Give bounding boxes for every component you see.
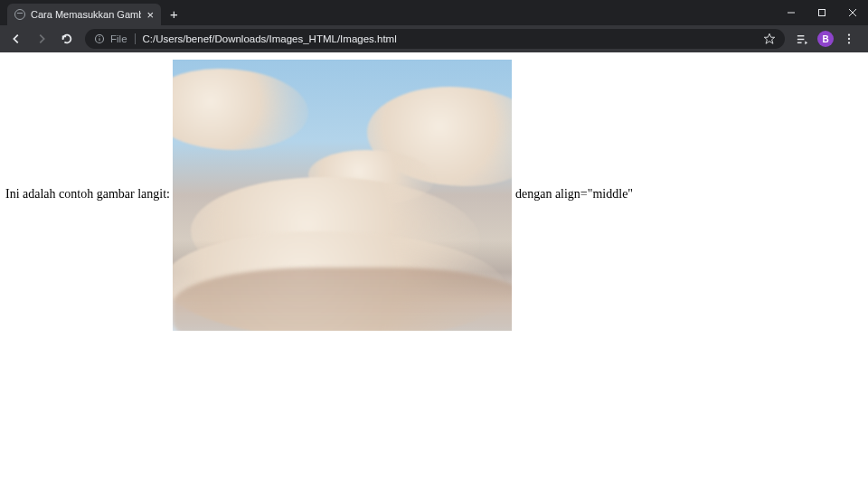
media-control-icon[interactable] bbox=[792, 29, 812, 49]
browser-toolbar: File C:/Users/benef/Downloads/Images_HTM… bbox=[0, 25, 868, 52]
back-button[interactable] bbox=[5, 28, 27, 50]
window-controls bbox=[776, 0, 868, 25]
svg-point-14 bbox=[848, 42, 850, 43]
toolbar-right: B bbox=[792, 29, 863, 49]
tab-title: Cara Memasukkan Gambar di HT bbox=[31, 9, 141, 20]
close-window-button[interactable] bbox=[837, 0, 868, 25]
svg-marker-7 bbox=[764, 33, 774, 43]
svg-marker-11 bbox=[805, 41, 807, 44]
profile-avatar[interactable]: B bbox=[817, 31, 834, 47]
new-tab-button[interactable]: + bbox=[161, 4, 187, 25]
svg-point-13 bbox=[848, 38, 850, 40]
menu-button[interactable] bbox=[839, 29, 859, 49]
svg-point-6 bbox=[99, 36, 99, 37]
sky-image bbox=[173, 60, 512, 331]
close-icon[interactable]: × bbox=[146, 9, 154, 21]
reload-button[interactable] bbox=[56, 28, 78, 50]
tabs-region: Cara Memasukkan Gambar di HT × + bbox=[0, 0, 187, 25]
address-bar[interactable]: File C:/Users/benef/Downloads/Images_HTM… bbox=[85, 29, 785, 49]
avatar-initial: B bbox=[822, 34, 828, 44]
maximize-button[interactable] bbox=[807, 0, 837, 25]
page-viewport: Ini adalah contoh gambar langit: dengan … bbox=[0, 52, 868, 488]
bookmark-star-icon[interactable] bbox=[763, 33, 776, 45]
text-after-image: dengan align="middle" bbox=[512, 187, 633, 201]
content-paragraph: Ini adalah contoh gambar langit: dengan … bbox=[5, 60, 863, 331]
svg-point-12 bbox=[848, 33, 850, 35]
scheme-label: File bbox=[110, 33, 127, 44]
text-before-image: Ini adalah contoh gambar langit: bbox=[5, 187, 173, 201]
site-info-button[interactable]: File bbox=[94, 33, 127, 44]
info-icon bbox=[94, 33, 105, 44]
titlebar: Cara Memasukkan Gambar di HT × + bbox=[0, 0, 868, 25]
svg-rect-1 bbox=[819, 10, 826, 16]
minimize-button[interactable] bbox=[776, 0, 807, 25]
globe-icon bbox=[14, 9, 25, 20]
browser-tab[interactable]: Cara Memasukkan Gambar di HT × bbox=[7, 4, 161, 25]
divider bbox=[135, 33, 136, 44]
url-text: C:/Users/benef/Downloads/Images_HTML/Ima… bbox=[143, 33, 756, 44]
forward-button[interactable] bbox=[31, 28, 52, 50]
